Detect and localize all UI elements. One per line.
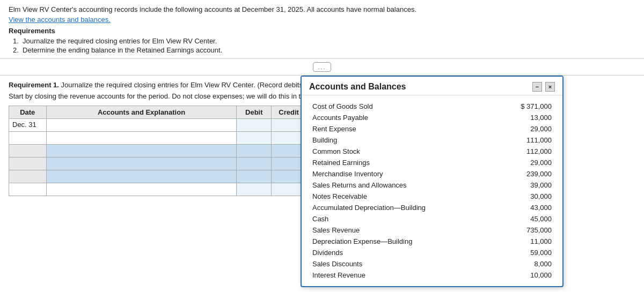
minimize-button[interactable]: − — [532, 82, 542, 92]
account-name: Cash — [309, 213, 496, 224]
account-value: 29,000 — [496, 157, 555, 168]
account-row: Sales Discounts8,000 — [309, 258, 555, 269]
account-value: 29,000 — [496, 123, 555, 134]
debit-input[interactable] — [239, 159, 269, 169]
requirement-1-item: 1. Journalize the required closing entri… — [13, 37, 635, 45]
debit-input[interactable] — [239, 120, 269, 130]
credit-input[interactable] — [274, 171, 304, 182]
account-cell[interactable] — [46, 132, 237, 145]
account-name: Interest Revenue — [309, 269, 496, 281]
divider-dots: ... — [313, 62, 331, 72]
debit-input[interactable] — [239, 133, 269, 143]
debit-input[interactable] — [239, 184, 269, 194]
date-cell — [9, 145, 47, 158]
account-value: 30,000 — [496, 191, 555, 202]
account-name: Accumulated Depreciation—Building — [309, 202, 496, 213]
table-row — [9, 145, 306, 158]
account-cell[interactable] — [46, 183, 237, 196]
account-row: Notes Receivable30,000 — [309, 191, 555, 202]
intro-text: Elm View RV Center's accounting records … — [9, 5, 635, 13]
account-value: 59,000 — [496, 247, 555, 258]
account-input[interactable] — [49, 171, 235, 182]
account-cell[interactable] — [46, 158, 237, 170]
journal-table: Date Accounts and Explanation Debit Cred… — [9, 106, 306, 196]
account-name: Common Stock — [309, 146, 496, 157]
date-cell: Dec. 31 — [9, 119, 47, 132]
account-name: Accounts Payable — [309, 112, 496, 123]
table-row — [9, 132, 306, 145]
debit-cell[interactable] — [237, 132, 272, 145]
table-row: Dec. 31 — [9, 119, 306, 132]
account-cell[interactable] — [46, 170, 237, 183]
debit-cell[interactable] — [237, 183, 272, 196]
account-value: 112,000 — [496, 146, 555, 157]
account-row: Building111,000 — [309, 134, 555, 146]
account-input[interactable] — [49, 133, 235, 143]
credit-input[interactable] — [274, 184, 304, 194]
account-row: Cost of Goods Sold$ 371,000 — [309, 101, 555, 112]
main-content: Requirement 1. Journalize the required c… — [0, 76, 644, 201]
account-name: Merchandise Inventory — [309, 168, 496, 179]
account-name: Depreciation Expense—Building — [309, 236, 496, 247]
account-value: 239,000 — [496, 168, 555, 179]
table-row — [9, 183, 306, 196]
account-input[interactable] — [49, 146, 235, 156]
debit-cell[interactable] — [237, 158, 272, 170]
credit-input[interactable] — [274, 146, 304, 156]
date-cell — [9, 132, 47, 145]
requirement-2-item: 2. Determine the ending balance in the R… — [13, 46, 635, 54]
account-value: 11,000 — [496, 236, 555, 247]
account-row: Common Stock112,000 — [309, 146, 555, 157]
account-value: $ 371,000 — [496, 101, 555, 112]
account-input[interactable] — [49, 159, 235, 169]
popup-content: Cost of Goods Sold$ 371,000Accounts Paya… — [302, 95, 562, 286]
account-row: Dividends59,000 — [309, 247, 555, 258]
account-row: Accounts Payable13,000 — [309, 112, 555, 123]
debit-cell[interactable] — [237, 170, 272, 183]
date-cell — [9, 183, 47, 196]
account-row: Merchandise Inventory239,000 — [309, 168, 555, 179]
account-name: Dividends — [309, 247, 496, 258]
col-header-debit: Debit — [237, 106, 272, 119]
account-name: Rent Expense — [309, 123, 496, 134]
credit-input[interactable] — [274, 120, 304, 130]
account-row: Sales Revenue735,000 — [309, 224, 555, 236]
account-value: 43,000 — [496, 202, 555, 213]
credit-input[interactable] — [274, 133, 304, 143]
popup-title: Accounts and Balances — [309, 82, 406, 92]
close-button[interactable]: × — [545, 82, 555, 92]
account-value: 111,000 — [496, 134, 555, 146]
date-cell — [9, 158, 47, 170]
debit-cell[interactable] — [237, 119, 272, 132]
account-row: Retained Earnings29,000 — [309, 157, 555, 168]
debit-input[interactable] — [239, 171, 269, 182]
account-row: Rent Expense29,000 — [309, 123, 555, 134]
account-value: 13,000 — [496, 112, 555, 123]
account-input[interactable] — [49, 184, 235, 194]
account-value: 45,000 — [496, 213, 555, 224]
divider-row: ... — [0, 59, 644, 76]
debit-input[interactable] — [239, 146, 269, 156]
account-name: Building — [309, 134, 496, 146]
view-accounts-link[interactable]: View the accounts and balances. — [9, 16, 111, 24]
account-row: Depreciation Expense—Building11,000 — [309, 236, 555, 247]
account-value: 10,000 — [496, 269, 555, 281]
top-section: Elm View RV Center's accounting records … — [0, 0, 644, 59]
accounts-balances-popup: Accounts and Balances − × Cost of Goods … — [301, 76, 564, 287]
account-name: Retained Earnings — [309, 157, 496, 168]
popup-header: Accounts and Balances − × — [302, 77, 562, 95]
col-header-date: Date — [9, 106, 47, 119]
account-value: 8,000 — [496, 258, 555, 269]
account-value: 735,000 — [496, 224, 555, 236]
popup-controls: − × — [532, 82, 555, 92]
account-cell[interactable] — [46, 145, 237, 158]
debit-cell[interactable] — [237, 145, 272, 158]
account-input[interactable] — [49, 120, 235, 130]
credit-input[interactable] — [274, 159, 304, 169]
date-cell — [9, 170, 47, 183]
accounts-table: Cost of Goods Sold$ 371,000Accounts Paya… — [309, 101, 555, 281]
account-cell[interactable] — [46, 119, 237, 132]
account-name: Sales Discounts — [309, 258, 496, 269]
col-header-accounts: Accounts and Explanation — [46, 106, 237, 119]
account-name: Sales Revenue — [309, 224, 496, 236]
